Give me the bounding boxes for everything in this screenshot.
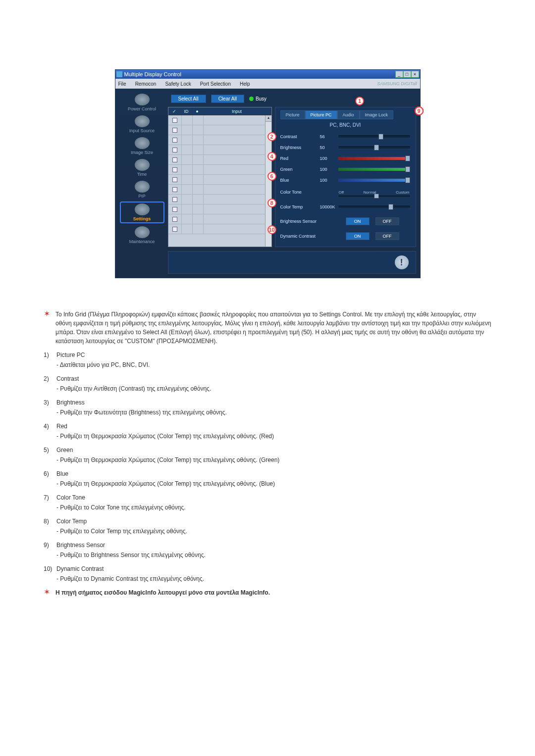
grid-col-id[interactable]: ID — [181, 107, 192, 115]
window-title: Multiple Display Control — [124, 71, 182, 77]
list-item: 6)Blue- Ρυθμίζει τη Θερμοκρασία Χρώματος… — [44, 469, 491, 488]
color-tone-slider[interactable]: Off Normal Custom — [338, 190, 411, 195]
table-row[interactable] — [168, 195, 271, 204]
settings-icon — [135, 203, 150, 215]
scroll-up-icon[interactable]: ▴ — [266, 115, 271, 122]
info-grid: ✓ ID ● Input ▴ 2 4 6 8 10 — [168, 107, 272, 247]
callout-10: 10 — [268, 225, 276, 234]
row-checkbox[interactable] — [172, 227, 177, 232]
busy-dot-icon — [249, 97, 254, 101]
list-item: 10)Dynamic Contrast- Ρυθμίζει το Dynamic… — [44, 564, 491, 583]
callout-6: 6 — [268, 172, 276, 181]
row-checkbox[interactable] — [172, 217, 177, 222]
menu-remocon[interactable]: Remocon — [135, 81, 157, 87]
intro-text: Το Info Grid (Πλέγμα Πληροφοριών) εμφανί… — [55, 310, 491, 346]
sidebar-item-time[interactable]: Time — [120, 158, 164, 178]
menu-file[interactable]: File — [118, 81, 126, 87]
green-row: Green 100 5 — [280, 164, 411, 174]
description-text: ✶ Το Info Grid (Πλέγμα Πληροφοριών) εμφα… — [44, 310, 491, 597]
sidebar-item-image-size[interactable]: Image Size — [120, 136, 164, 156]
titlebar[interactable]: Multiple Display Control _ □ × — [115, 70, 420, 79]
color-temp-row: Color Temp 10000K — [280, 202, 411, 212]
callout-8: 8 — [268, 199, 276, 207]
row-checkbox[interactable] — [172, 177, 177, 182]
table-row[interactable] — [168, 125, 271, 135]
table-row[interactable] — [168, 204, 271, 214]
row-checkbox[interactable] — [172, 138, 177, 143]
brightness-sensor-off[interactable]: OFF — [375, 217, 399, 225]
table-row[interactable] — [168, 165, 271, 175]
close-button[interactable]: × — [411, 71, 419, 78]
row-checkbox[interactable] — [172, 118, 177, 123]
menu-help[interactable]: Help — [240, 81, 250, 87]
brightness-row: Brightness 50 3 — [280, 143, 411, 152]
input-source-icon — [135, 115, 150, 127]
table-row[interactable] — [168, 115, 271, 125]
sidebar-item-power[interactable]: Power Control — [120, 93, 164, 112]
maximize-button[interactable]: □ — [403, 71, 411, 78]
sidebar-item-input-source[interactable]: Input Source — [120, 114, 164, 134]
image-size-icon — [135, 137, 150, 149]
brightness-sensor-on[interactable]: ON — [346, 217, 370, 225]
table-row[interactable] — [168, 135, 271, 145]
blue-slider[interactable] — [338, 178, 411, 182]
contrast-slider[interactable] — [338, 135, 411, 139]
table-row[interactable] — [168, 185, 271, 195]
green-slider[interactable] — [338, 167, 411, 171]
row-checkbox[interactable] — [172, 187, 177, 192]
tab-picture-pc[interactable]: Picture PC — [305, 110, 337, 119]
dynamic-contrast-on[interactable]: ON — [346, 232, 370, 240]
table-row[interactable] — [168, 214, 271, 224]
row-checkbox[interactable] — [172, 207, 177, 212]
sidebar: Power Control Input Source Image Size Ti… — [119, 93, 165, 274]
clear-all-button[interactable]: Clear All — [211, 95, 244, 103]
callout-2: 2 — [268, 132, 276, 141]
color-temp-slider[interactable] — [338, 205, 411, 209]
table-row[interactable] — [168, 155, 271, 165]
red-slider[interactable] — [338, 156, 411, 160]
table-row[interactable] — [168, 175, 271, 185]
list-item: 4)Red- Ρυθμίζει τη Θερμοκρασία Χρώματος … — [44, 422, 491, 441]
dynamic-contrast-off[interactable]: OFF — [375, 232, 399, 240]
pip-icon — [135, 181, 150, 193]
red-row: Red 100 — [280, 153, 411, 163]
tab-audio[interactable]: Audio — [337, 110, 360, 119]
grid-col-input[interactable]: Input — [203, 107, 271, 115]
brightness-slider[interactable] — [338, 146, 411, 150]
sub-header: PC, BNC, DVI — [280, 122, 411, 128]
sidebar-item-settings[interactable]: Settings — [120, 202, 164, 223]
bottom-bar: ! — [168, 251, 416, 274]
blue-row: Blue 100 — [280, 175, 411, 185]
row-checkbox[interactable] — [172, 128, 177, 133]
busy-indicator: Busy — [249, 96, 267, 101]
tab-picture[interactable]: Picture — [280, 110, 305, 119]
tab-image-lock[interactable]: Image Lock — [360, 110, 394, 119]
settings-panel: 1 Picture Picture PC Audio Image Lock PC… — [275, 107, 416, 247]
sidebar-item-pip[interactable]: PIP — [120, 180, 164, 200]
sidebar-item-maintenance[interactable]: Maintenance — [120, 225, 164, 245]
table-row[interactable] — [168, 145, 271, 155]
minimize-button[interactable]: _ — [395, 71, 403, 78]
time-icon — [135, 159, 150, 171]
info-icon[interactable]: ! — [395, 255, 409, 269]
dynamic-contrast-row: Dynamic Contrast ON OFF — [280, 231, 411, 242]
magicinfo-note: Η πηγή σήματος εισόδου MagicInfo λειτουρ… — [55, 588, 270, 597]
app-window: Multiple Display Control _ □ × File Remo… — [115, 69, 421, 278]
menu-safety-lock[interactable]: Safety Lock — [165, 81, 191, 87]
grid-col-status[interactable]: ● — [192, 107, 203, 115]
grid-col-check[interactable]: ✓ — [168, 107, 181, 115]
table-row[interactable] — [168, 224, 271, 234]
app-icon — [116, 71, 122, 77]
menu-port-selection[interactable]: Port Selection — [200, 81, 231, 87]
list-item: 3)Brightness- Ρυθμίζει την Φωτεινότητα (… — [44, 398, 491, 417]
row-checkbox[interactable] — [172, 148, 177, 152]
row-checkbox[interactable] — [172, 157, 177, 162]
star-icon: ✶ — [44, 588, 52, 597]
grid-body: ▴ 2 4 6 8 10 — [168, 115, 271, 247]
star-icon: ✶ — [44, 310, 52, 346]
row-checkbox[interactable] — [172, 197, 177, 202]
brightness-sensor-row: Brightness Sensor ON OFF 9 — [280, 216, 411, 227]
select-all-button[interactable]: Select All — [171, 95, 206, 103]
row-checkbox[interactable] — [172, 167, 177, 172]
callout-9: 9 — [415, 106, 424, 115]
